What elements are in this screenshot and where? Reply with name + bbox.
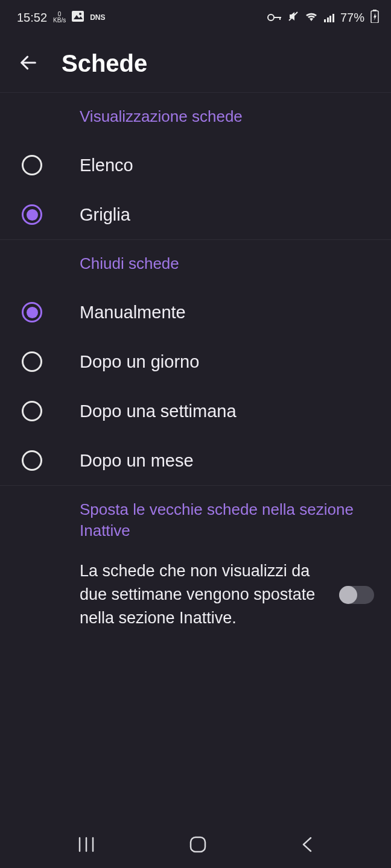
radio-label: Dopo un giorno (80, 352, 199, 372)
radio-icon (22, 401, 42, 421)
dns-label: DNS (90, 13, 105, 22)
svg-point-2 (268, 14, 274, 20)
nav-recents-button[interactable] (77, 837, 95, 852)
mute-icon (288, 11, 299, 25)
switch-knob (339, 586, 357, 604)
status-bar: 15:52 0 KB/s DNS 77% (0, 0, 391, 35)
wifi-icon (305, 11, 318, 25)
recents-icon (77, 837, 95, 852)
battery-icon (370, 10, 379, 26)
status-speed: 0 KB/s (53, 11, 66, 24)
svg-rect-11 (191, 837, 205, 852)
toggle-description: La schede che non visualizzi da due sett… (80, 559, 325, 630)
nav-home-button[interactable] (189, 835, 207, 854)
radio-label: Dopo una settimana (80, 401, 237, 421)
radio-row-manualmente[interactable]: Manualmente (0, 288, 391, 337)
navigation-bar (0, 826, 391, 868)
radio-row-elenco[interactable]: Elenco (0, 140, 391, 190)
back-icon (300, 835, 314, 854)
image-icon (72, 11, 84, 25)
page-title: Schede (62, 50, 147, 77)
radio-icon (22, 351, 42, 372)
battery-text: 77% (340, 11, 364, 25)
signal-icon (324, 13, 334, 22)
home-icon (189, 835, 207, 854)
speed-unit: KB/s (53, 17, 66, 24)
status-left: 15:52 0 KB/s DNS (17, 11, 106, 25)
radio-label: Elenco (80, 156, 133, 175)
section-header-view: Visualizzazione schede (0, 93, 391, 140)
radio-label: Manualmente (80, 303, 186, 322)
radio-row-griglia[interactable]: Griglia (0, 190, 391, 239)
status-right: 77% (267, 10, 379, 26)
radio-label: Dopo un mese (80, 451, 194, 471)
nav-back-button[interactable] (300, 835, 314, 854)
app-bar: Schede (0, 35, 391, 93)
section-header-inactive: Sposta le vecchie schede nella sezione I… (0, 486, 391, 547)
svg-rect-4 (279, 17, 281, 20)
radio-icon (22, 155, 42, 175)
toggle-row-inactive[interactable]: La schede che non visualizzi da due sett… (0, 547, 391, 642)
section-header-close: Chiudi schede (0, 240, 391, 288)
svg-point-1 (79, 13, 81, 15)
arrow-left-icon (18, 52, 39, 73)
radio-icon-selected (22, 302, 42, 322)
radio-row-mese[interactable]: Dopo un mese (0, 436, 391, 485)
back-button[interactable] (18, 52, 39, 75)
radio-row-settimana[interactable]: Dopo una settimana (0, 386, 391, 436)
radio-icon (22, 450, 42, 471)
svg-rect-0 (72, 11, 84, 22)
radio-icon-selected (22, 204, 42, 225)
status-time: 15:52 (17, 11, 47, 25)
toggle-switch[interactable] (339, 586, 374, 604)
radio-row-giorno[interactable]: Dopo un giorno (0, 337, 391, 386)
radio-label: Griglia (80, 205, 130, 225)
vpn-key-icon (267, 11, 282, 25)
